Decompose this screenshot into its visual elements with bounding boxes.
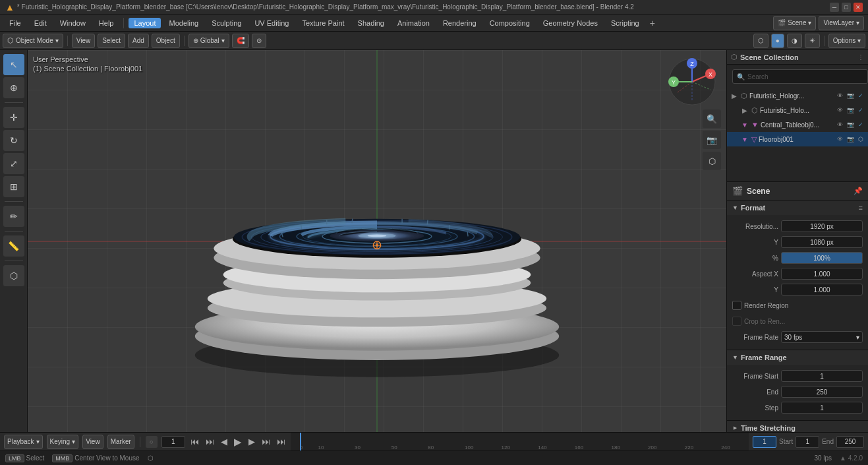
- rotate-tool-button[interactable]: ↻: [3, 130, 24, 151]
- add-workspace-button[interactable]: +: [647, 18, 658, 28]
- aspect-x-input[interactable]: 1.000: [781, 268, 863, 280]
- close-button[interactable]: ✕: [854, 3, 863, 12]
- toggle-view-button[interactable]: ⬡: [703, 152, 721, 170]
- mode-dropdown[interactable]: ⬡ Object Mode ▾: [3, 34, 63, 48]
- menu-window[interactable]: Window: [55, 18, 91, 28]
- outliner-item-central-table[interactable]: ▼ ▼ Central_Tableobj0... 👁 📷 ✓: [727, 117, 868, 132]
- menu-edit[interactable]: Edit: [29, 18, 52, 28]
- transform-tool-button[interactable]: ⊞: [3, 176, 24, 197]
- zoom-in-button[interactable]: 🔍: [703, 109, 721, 128]
- add-menu[interactable]: Add: [128, 34, 149, 48]
- keying-dropdown[interactable]: Keying ▾: [47, 435, 79, 449]
- add-tool-button[interactable]: ⬡: [3, 265, 24, 286]
- viewport-shading-solid[interactable]: ●: [771, 34, 784, 48]
- viewlayer-dropdown[interactable]: ViewLayer ▾: [819, 16, 864, 30]
- minimize-button[interactable]: ─: [830, 3, 839, 12]
- vis-icon-2[interactable]: 👁: [835, 106, 844, 115]
- prev-frame-button[interactable]: ▶: [219, 437, 229, 447]
- menu-help[interactable]: Help: [94, 18, 119, 28]
- scale-tool-button[interactable]: ⤢: [3, 153, 24, 174]
- timeline-scrub[interactable]: 0 10 30 50 80 100 120 140 160 180 200 22…: [291, 433, 749, 450]
- format-section-header[interactable]: ▼ Format ≡: [727, 201, 868, 215]
- render-visibility-icon[interactable]: 📷: [846, 91, 855, 100]
- options-button[interactable]: Options ▾: [828, 34, 865, 48]
- workspace-animation[interactable]: Animation: [392, 18, 435, 28]
- measure-tool-button[interactable]: 📏: [3, 235, 24, 257]
- annotate-tool-button[interactable]: ✏: [3, 206, 24, 227]
- next-frame-button[interactable]: ▶: [247, 437, 256, 447]
- cursor-tool-button[interactable]: ⊕: [3, 77, 24, 98]
- jump-end-button[interactable]: ⏭: [275, 437, 287, 447]
- axis-gizmo[interactable]: X Z Y: [666, 55, 718, 109]
- visibility-icon[interactable]: 👁: [835, 91, 844, 100]
- workspace-uv-editing[interactable]: UV Editing: [249, 18, 294, 28]
- frame-start-input[interactable]: 1: [781, 370, 863, 382]
- viewport-shading-wire[interactable]: ⬡: [753, 34, 768, 48]
- workspace-scripting[interactable]: Scripting: [606, 18, 645, 28]
- cam-icon-4[interactable]: 📷: [846, 135, 855, 144]
- select-icon[interactable]: ✓: [856, 91, 865, 100]
- end-frame-input[interactable]: 250: [836, 436, 864, 448]
- outliner-item-floor[interactable]: ▼ ▽ Floorobj001 👁 📷 ⬡: [727, 132, 868, 146]
- format-list-icon[interactable]: ≡: [859, 204, 863, 212]
- current-frame-input[interactable]: 1: [161, 436, 185, 448]
- workspace-rendering[interactable]: Rendering: [438, 18, 482, 28]
- jump-start-button[interactable]: ⏮: [189, 437, 200, 447]
- proportional-edit[interactable]: ⊙: [252, 34, 266, 48]
- timeline-playhead[interactable]: [300, 433, 301, 450]
- frame-range-title: Frame Range: [741, 354, 787, 361]
- sel-icon-3[interactable]: ✓: [856, 120, 865, 129]
- frame-rate-dropdown[interactable]: 30 fps ▾: [781, 331, 863, 343]
- marker-dropdown[interactable]: Marker: [107, 435, 134, 449]
- cam-icon-3[interactable]: 📷: [846, 120, 855, 129]
- frame-range-header[interactable]: ▼ Frame Range: [727, 350, 868, 365]
- sel-icon-2[interactable]: ✓: [856, 106, 865, 115]
- object-menu[interactable]: Object: [152, 34, 180, 48]
- viewport[interactable]: User Perspective (1) Scene Collection | …: [28, 50, 726, 432]
- render-region-checkbox[interactable]: [732, 301, 741, 310]
- workspace-shading[interactable]: Shading: [353, 18, 390, 28]
- workspace-geometry-nodes[interactable]: Geometry Nodes: [538, 18, 603, 28]
- viewport-shading-material[interactable]: ◑: [787, 34, 802, 48]
- onion-skin-button[interactable]: ○: [146, 436, 158, 448]
- resolution-pct-input[interactable]: 100%: [781, 252, 863, 264]
- resolution-y-input[interactable]: 1080 px: [781, 236, 863, 248]
- snap-button[interactable]: 🧲: [232, 34, 249, 48]
- next-keyframe-button[interactable]: ⏮: [260, 437, 272, 447]
- vis-icon-3[interactable]: 👁: [835, 120, 844, 129]
- outliner-item-futuristic-group[interactable]: ▶ ⬡ Futuristic_Hologr... 👁 📷 ✓: [727, 88, 868, 103]
- current-frame-display[interactable]: 1: [753, 436, 776, 448]
- aspect-y-input[interactable]: 1.000: [781, 284, 863, 295]
- workspace-texture-paint[interactable]: Texture Paint: [297, 18, 349, 28]
- resolution-x-input[interactable]: 1920 px: [781, 220, 863, 232]
- cam-icon-2[interactable]: 📷: [846, 106, 855, 115]
- toggle-camera-button[interactable]: 📷: [703, 131, 721, 149]
- view-dropdown[interactable]: View: [82, 435, 103, 449]
- scene-dropdown[interactable]: 🎬 Scene ▾: [773, 16, 816, 30]
- prev-keyframe-button[interactable]: ⏭: [204, 437, 216, 447]
- select-tool-button[interactable]: ↖: [3, 54, 24, 75]
- viewport-shading-render[interactable]: ☀: [805, 34, 820, 48]
- frame-step-input[interactable]: 1: [781, 402, 863, 414]
- select-menu[interactable]: Select: [98, 34, 125, 48]
- menu-file[interactable]: File: [4, 18, 26, 28]
- start-frame-input[interactable]: 1: [796, 436, 819, 448]
- crop-checkbox[interactable]: [732, 317, 741, 326]
- workspace-modeling[interactable]: Modeling: [163, 18, 204, 28]
- play-button[interactable]: ▶: [233, 436, 243, 448]
- outliner-search-bar[interactable]: 🔍 Search: [732, 69, 868, 84]
- time-stretching-header[interactable]: ▼ Time Stretching: [727, 421, 868, 432]
- maximize-button[interactable]: □: [842, 3, 851, 12]
- pin-button[interactable]: 📌: [854, 187, 863, 195]
- outliner-item-futuristic-sub[interactable]: ▶ ⬡ Futuristic_Holo... 👁 📷 ✓: [727, 103, 868, 117]
- transform-dropdown[interactable]: ⊕ Global ▾: [188, 34, 229, 48]
- vis-icon-4[interactable]: 👁: [835, 135, 844, 144]
- workspace-sculpting[interactable]: Sculpting: [206, 18, 246, 28]
- frame-end-input[interactable]: 250: [781, 386, 863, 398]
- playback-dropdown[interactable]: Playback ▾: [4, 435, 43, 449]
- view-menu[interactable]: View: [72, 34, 96, 48]
- workspace-compositing[interactable]: Compositing: [484, 18, 535, 28]
- workspace-layout[interactable]: Layout: [129, 18, 161, 28]
- move-tool-button[interactable]: ✛: [3, 107, 24, 128]
- mesh-sel-icon-4[interactable]: ⬡: [856, 135, 865, 144]
